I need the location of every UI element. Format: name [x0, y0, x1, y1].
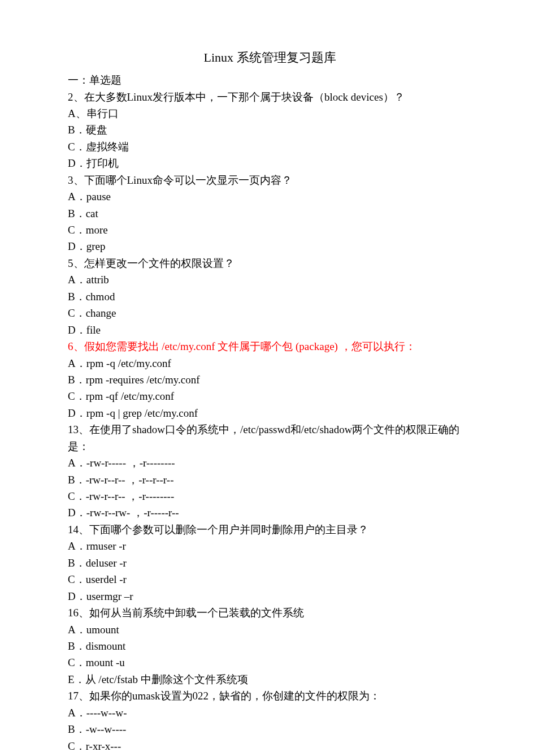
question-2-text: 2、在大多数Linux发行版本中，一下那个属于块设备（block devices… — [68, 89, 472, 105]
question-5-text: 5、怎样更改一个文件的权限设置？ — [68, 255, 472, 271]
question-6-option-d: D．rpm -q | grep /etc/my.conf — [68, 405, 472, 421]
question-17-option-b: B．-w--w---- — [68, 721, 472, 737]
question-14-option-d: D．usermgr –r — [68, 588, 472, 604]
question-6-text: 6、假如您需要找出 /etc/my.conf 文件属于哪个包 (package)… — [68, 338, 472, 355]
question-2-option-a: A、串行口 — [68, 105, 472, 122]
question-3-option-c: C．more — [68, 222, 472, 238]
question-2-option-b: B．硬盘 — [68, 122, 472, 138]
question-3-option-d: D．grep — [68, 238, 472, 254]
question-6-option-c: C．rpm -qf /etc/my.conf — [68, 388, 472, 404]
question-13-option-d: D．-rw-r--rw- ，-r-----r-- — [68, 504, 472, 521]
question-5-option-b: B．chmod — [68, 288, 472, 305]
question-6-option-b: B．rpm -requires /etc/my.conf — [68, 371, 472, 388]
question-14-option-c: C．userdel -r — [68, 571, 472, 587]
question-14-option-b: B．deluser -r — [68, 555, 472, 571]
question-16-text: 16、如何从当前系统中卸载一个已装载的文件系统 — [68, 604, 472, 621]
question-17-option-c: C．r-xr-x--- — [68, 738, 472, 754]
question-16-option-c: C．mount -u — [68, 654, 472, 671]
question-13-option-b: B．-rw-r--r-- ，-r--r--r-- — [68, 472, 472, 488]
question-3-option-a: A．pause — [68, 188, 472, 205]
question-16-option-a: A．umount — [68, 621, 472, 638]
question-3-option-b: B．cat — [68, 205, 472, 222]
question-13-option-a: A．-rw-r----- ，-r-------- — [68, 455, 472, 471]
question-16-option-b: B．dismount — [68, 638, 472, 654]
question-17-option-a: A．----w--w- — [68, 705, 472, 721]
document-page: Linux 系统管理复习题库 一：单选题 2、在大多数Linux发行版本中，一下… — [0, 0, 534, 756]
question-5-option-a: A．attrib — [68, 271, 472, 288]
question-14-option-a: A．rmuser -r — [68, 538, 472, 554]
section-heading: 一：单选题 — [68, 72, 472, 88]
question-5-option-d: D．file — [68, 322, 472, 338]
question-14-text: 14、下面哪个参数可以删除一个用户并同时删除用户的主目录？ — [68, 521, 472, 538]
question-2-option-c: C．虚拟终端 — [68, 139, 472, 155]
question-5-option-c: C．change — [68, 305, 472, 321]
question-6-option-a: A．rpm -q /etc/my.conf — [68, 355, 472, 371]
question-13-option-c: C．-rw-r--r-- ，-r-------- — [68, 488, 472, 504]
question-3-text: 3、下面哪个Linux命令可以一次显示一页内容？ — [68, 172, 472, 188]
question-16-option-e: E．从 /etc/fstab 中删除这个文件系统项 — [68, 671, 472, 688]
question-13-text: 13、在使用了shadow口令的系统中，/etc/passwd和/etc/sha… — [68, 421, 472, 455]
document-title: Linux 系统管理复习题库 — [68, 48, 472, 67]
question-17-text: 17、如果你的umask设置为022，缺省的，你创建的文件的权限为： — [68, 688, 472, 704]
question-2-option-d: D．打印机 — [68, 155, 472, 171]
